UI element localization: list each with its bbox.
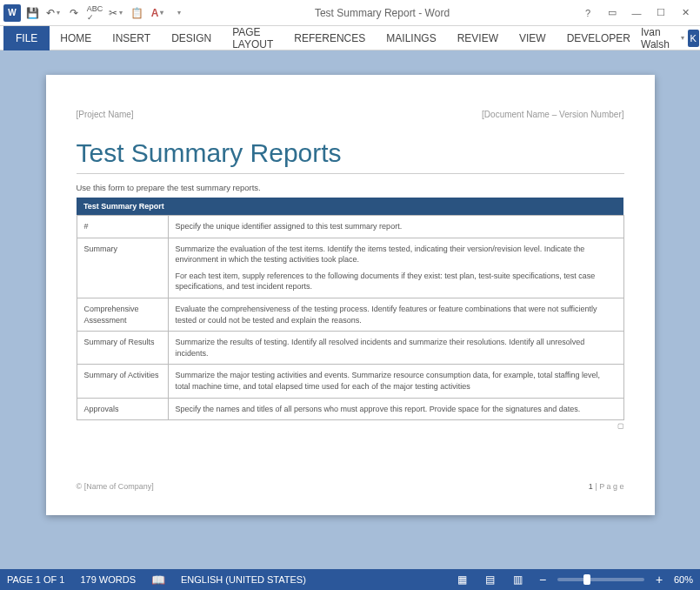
footer-company: © [Name of Company]	[77, 482, 154, 491]
table-row: SummarySummarize the evaluation of the t…	[77, 238, 623, 298]
row-content: Specify the names and titles of all pers…	[168, 398, 623, 420]
proofing-icon[interactable]: 📖	[151, 573, 165, 587]
web-layout-icon[interactable]: ▥	[509, 572, 528, 587]
font-icon[interactable]: A▾	[148, 3, 167, 23]
maximize-icon[interactable]: ☐	[650, 3, 672, 23]
header-project-name: [Project Name]	[77, 110, 134, 119]
footer-page-number: 1 | P a g e	[589, 482, 624, 491]
table-header: Test Summary Report	[77, 198, 623, 216]
tab-view[interactable]: VIEW	[509, 27, 557, 50]
user-name: Ivan Walsh	[641, 26, 676, 50]
zoom-out-button[interactable]: −	[537, 573, 549, 587]
row-label: Approvals	[77, 398, 168, 420]
user-area[interactable]: Ivan Walsh ▾ K	[641, 26, 699, 50]
row-paragraph: Summarize the evaluation of the test ite…	[176, 244, 617, 265]
qat-customize-icon[interactable]: ▾	[169, 3, 188, 23]
tab-page-layout[interactable]: PAGE LAYOUT	[222, 21, 283, 56]
tab-mailings[interactable]: MAILINGS	[376, 27, 446, 50]
ribbon-tabs: FILE HOME INSERT DESIGN PAGE LAYOUT REFE…	[0, 26, 700, 50]
save-icon[interactable]: 💾	[23, 3, 42, 23]
tab-home[interactable]: HOME	[50, 27, 102, 50]
status-right: ▦ ▤ ▥ − + 60%	[453, 572, 693, 587]
undo-icon[interactable]: ↶▾	[43, 3, 63, 23]
status-page[interactable]: PAGE 1 OF 1	[7, 574, 64, 585]
title-rule	[77, 173, 624, 174]
row-paragraph: For each test item, supply references to…	[176, 271, 617, 292]
chevron-down-icon: ▾	[681, 34, 684, 42]
zoom-in-button[interactable]: +	[653, 573, 665, 587]
table-row: Summary of ResultsSummarize the results …	[77, 332, 623, 365]
tab-references[interactable]: REFERENCES	[283, 27, 376, 50]
window-title: Test Summary Report - Word	[188, 7, 577, 19]
close-icon[interactable]: ✕	[674, 3, 697, 23]
read-mode-icon[interactable]: ▦	[453, 572, 472, 587]
tab-design[interactable]: DESIGN	[161, 27, 222, 50]
cut-icon[interactable]: ✂▾	[106, 3, 125, 23]
document-page[interactable]: [Project Name] [Document Name – Version …	[46, 75, 655, 515]
row-content: Summarize the evaluation of the test ite…	[168, 238, 623, 298]
minimize-icon[interactable]: —	[625, 3, 648, 23]
tab-insert[interactable]: INSERT	[102, 27, 161, 50]
title-bar: W 💾 ↶▾ ↷ ABC✓ ✂▾ 📋 A▾ ▾ Test Summary Rep…	[0, 0, 700, 26]
row-paragraph: Evaluate the comprehensiveness of the te…	[176, 304, 617, 325]
header-document-name: [Document Name – Version Number]	[482, 110, 623, 119]
table-row: Summary of ActivitiesSummarize the major…	[77, 365, 623, 398]
document-intro: Use this form to prepare the test summar…	[77, 183, 624, 192]
row-label: Comprehensive Assessment	[77, 298, 168, 331]
report-table: Test Summary Report #Specify the unique …	[77, 198, 624, 420]
page-footer: © [Name of Company] 1 | P a g e	[77, 482, 624, 491]
quick-access-toolbar: 💾 ↶▾ ↷ ABC✓ ✂▾ 📋 A▾ ▾	[23, 3, 188, 23]
print-layout-icon[interactable]: ▤	[481, 572, 500, 587]
status-language[interactable]: ENGLISH (UNITED STATES)	[181, 574, 306, 585]
redo-icon[interactable]: ↷	[64, 3, 83, 23]
row-paragraph: Specify the names and titles of all pers…	[176, 404, 617, 415]
user-badge[interactable]: K	[688, 30, 699, 47]
status-words[interactable]: 179 WORDS	[80, 574, 136, 585]
help-icon[interactable]: ?	[577, 3, 599, 23]
row-label: Summary of Results	[77, 332, 168, 365]
row-content: Summarize the major testing activities a…	[168, 365, 623, 398]
document-workspace[interactable]: [Project Name] [Document Name – Version …	[0, 50, 700, 569]
row-label: Summary of Activities	[77, 365, 168, 398]
table-row: Comprehensive AssessmentEvaluate the com…	[77, 298, 623, 331]
paste-icon[interactable]: 📋	[127, 3, 146, 23]
ribbon-display-icon[interactable]: ▭	[601, 3, 623, 23]
row-content: Specify the unique identifier assigned t…	[168, 216, 623, 238]
zoom-slider-thumb[interactable]	[583, 574, 590, 585]
row-paragraph: Summarize the major testing activities a…	[176, 370, 617, 392]
spelling-icon[interactable]: ABC✓	[85, 3, 104, 23]
table-row: #Specify the unique identifier assigned …	[77, 216, 623, 238]
table-end-marker: ▢	[77, 422, 624, 430]
row-label: Summary	[77, 238, 168, 298]
document-title: Test Summary Reports	[77, 138, 624, 168]
file-tab[interactable]: FILE	[3, 26, 50, 50]
word-app-icon: W	[3, 4, 21, 22]
zoom-level[interactable]: 60%	[674, 574, 693, 585]
page-header: [Project Name] [Document Name – Version …	[77, 110, 624, 119]
row-content: Summarize the results of testing. Identi…	[168, 332, 623, 365]
row-label: #	[77, 216, 168, 238]
zoom-slider[interactable]	[557, 578, 644, 581]
row-content: Evaluate the comprehensiveness of the te…	[168, 298, 623, 331]
row-paragraph: Specify the unique identifier assigned t…	[176, 221, 617, 232]
window-controls: ? ▭ — ☐ ✕	[577, 3, 697, 23]
status-bar: PAGE 1 OF 1 179 WORDS 📖 ENGLISH (UNITED …	[0, 569, 700, 590]
tab-developer[interactable]: DEVELOPER	[557, 27, 641, 50]
tab-review[interactable]: REVIEW	[447, 27, 509, 50]
table-row: ApprovalsSpecify the names and titles of…	[77, 398, 623, 420]
row-paragraph: Summarize the results of testing. Identi…	[176, 337, 617, 359]
